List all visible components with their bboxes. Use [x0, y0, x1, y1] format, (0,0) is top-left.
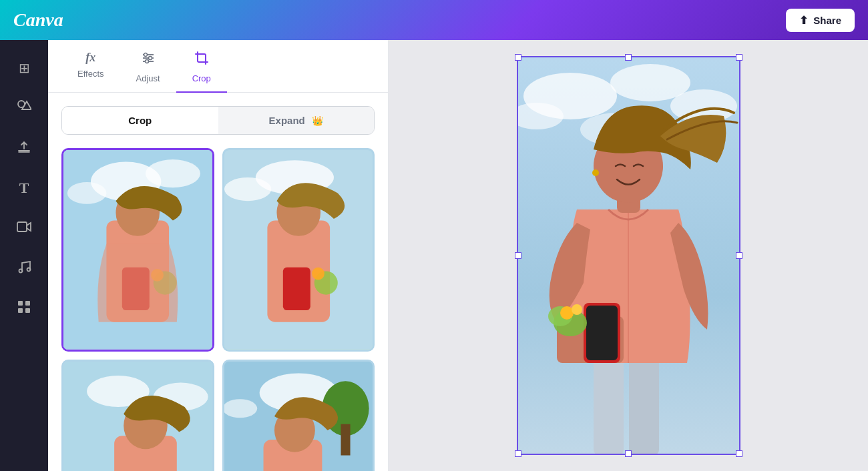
sidebar-item-text[interactable]: T — [7, 171, 41, 205]
canvas-area — [389, 40, 868, 471]
svg-rect-54 — [594, 356, 624, 455]
svg-point-65 — [592, 169, 599, 176]
svg-point-41 — [224, 399, 257, 418]
sidebar-item-grid[interactable]: ⊞ — [7, 51, 41, 85]
svg-point-26 — [224, 177, 271, 201]
svg-rect-43 — [341, 424, 350, 455]
svg-point-17 — [146, 159, 200, 187]
svg-point-13 — [148, 57, 152, 60]
share-label: Share — [813, 15, 841, 26]
crop-result-2[interactable] — [222, 148, 375, 352]
crown-icon: 👑 — [312, 115, 323, 126]
svg-point-31 — [312, 268, 324, 280]
svg-marker-1 — [22, 101, 31, 109]
svg-point-3 — [19, 269, 23, 272]
svg-rect-5 — [18, 301, 23, 306]
svg-point-18 — [67, 182, 107, 204]
expand-label: Expand — [269, 115, 305, 126]
music-icon — [17, 260, 31, 278]
sidebar-item-upload[interactable] — [7, 131, 41, 165]
crop-expand-toggle: Crop Expand 👑 — [61, 106, 375, 135]
sidebar-item-apps[interactable] — [7, 291, 41, 326]
svg-rect-55 — [629, 356, 659, 455]
tab-effects-label: Effects — [77, 69, 104, 79]
effects-icon: fx — [85, 51, 95, 65]
adjust-icon — [141, 51, 156, 69]
share-button[interactable]: ⬆ Share — [786, 9, 855, 32]
sidebar: ⊞ T — [0, 40, 48, 471]
tab-adjust-label: Adjust — [136, 73, 160, 83]
tab-effects[interactable]: fx Effects — [61, 40, 120, 93]
svg-rect-58 — [586, 306, 618, 360]
svg-point-14 — [145, 60, 148, 63]
panel-body: Crop Expand 👑 — [48, 93, 388, 471]
svg-rect-29 — [282, 268, 310, 310]
svg-point-62 — [572, 304, 582, 315]
edit-panel: fx Effects Adjust — [48, 40, 389, 471]
upload-icon — [17, 139, 31, 157]
share-icon: ⬆ — [799, 14, 808, 27]
text-icon: T — [19, 179, 29, 197]
svg-point-61 — [560, 306, 574, 320]
tab-adjust[interactable]: Adjust — [120, 40, 176, 93]
app-header: Canva ⬆ Share — [0, 0, 868, 40]
crop-result-4[interactable] — [222, 360, 375, 471]
svg-rect-8 — [25, 308, 30, 313]
shapes-icon — [17, 99, 31, 117]
crop-toggle-button[interactable]: Crop — [62, 107, 218, 134]
crop-icon — [194, 51, 209, 69]
svg-rect-6 — [25, 301, 30, 306]
svg-point-12 — [144, 53, 147, 57]
expand-toggle-button[interactable]: Expand 👑 — [218, 107, 375, 134]
crop-result-1[interactable] — [61, 148, 214, 352]
apps-icon — [17, 300, 31, 318]
main-canvas-image — [517, 56, 740, 455]
video-icon — [17, 219, 31, 238]
svg-rect-2 — [17, 222, 27, 231]
canva-logo: Canva — [13, 9, 63, 31]
main-content: ⊞ T — [0, 40, 868, 471]
tab-crop-label: Crop — [192, 73, 211, 83]
crop-results-grid — [61, 148, 375, 471]
grid-icon: ⊞ — [19, 60, 30, 76]
svg-rect-7 — [18, 308, 23, 313]
tab-crop[interactable]: Crop — [176, 40, 227, 93]
sidebar-item-audio[interactable] — [7, 251, 41, 286]
sidebar-item-elements[interactable] — [7, 91, 41, 125]
panel-tabs: fx Effects Adjust — [48, 40, 388, 93]
crop-result-3[interactable] — [61, 360, 214, 471]
main-image-container[interactable] — [517, 56, 740, 455]
sidebar-item-video[interactable] — [7, 211, 41, 246]
svg-point-4 — [27, 268, 31, 271]
